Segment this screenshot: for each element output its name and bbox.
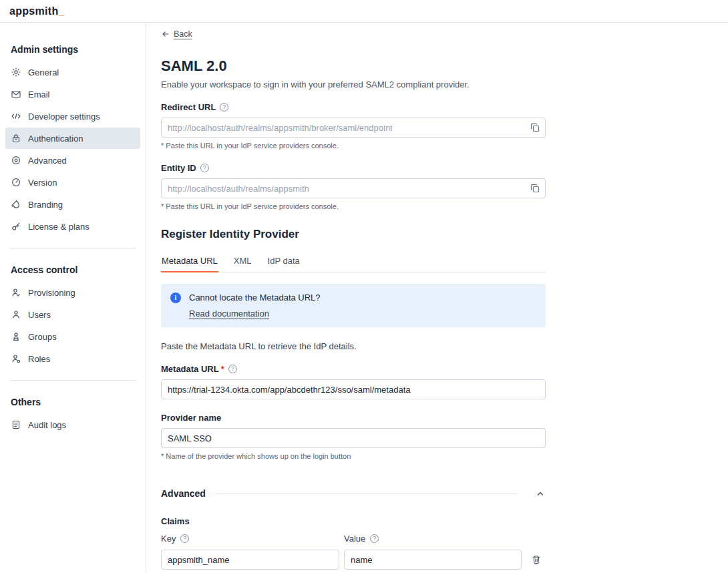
claim-row <box>161 550 546 570</box>
lock-icon <box>11 133 21 144</box>
provider-name-helper: * Name of the provider which shows up on… <box>161 452 546 460</box>
sidebar-divider <box>9 248 136 248</box>
help-icon[interactable]: ? <box>180 534 189 543</box>
main-panel: Back SAML 2.0 Enable your workspace to s… <box>146 23 728 573</box>
help-icon[interactable]: ? <box>200 164 209 172</box>
sidebar-section-access-control: Access control <box>11 264 140 275</box>
help-icon[interactable]: ? <box>228 365 237 373</box>
claim-key-input[interactable] <box>161 550 339 570</box>
sidebar-item-advanced[interactable]: Advanced <box>5 150 140 171</box>
sidebar-item-audit-logs[interactable]: Audit logs <box>5 414 140 435</box>
app-header: appsmith_ <box>0 0 728 23</box>
banner-text: Cannot locate the Metadata URL? <box>189 293 321 303</box>
chevron-up-icon[interactable] <box>535 488 546 499</box>
required-asterisk: * <box>221 364 224 374</box>
sidebar-item-label: Authentication <box>28 134 83 144</box>
sidebar-item-developer-settings[interactable]: Developer settings <box>5 106 140 127</box>
sidebar-item-users[interactable]: Users <box>5 304 140 325</box>
back-button[interactable]: Back <box>161 29 546 39</box>
tab-idp-data[interactable]: IdP data <box>267 252 301 272</box>
register-idp-heading: Register Identity Provider <box>161 228 546 241</box>
copy-icon[interactable] <box>530 122 540 133</box>
advanced-section-title: Advanced <box>161 488 206 499</box>
info-icon: i <box>170 293 181 303</box>
appsmith-logo: appsmith_ <box>9 5 65 17</box>
claim-key-label: Key ? <box>161 534 339 544</box>
user-check-icon <box>11 287 21 298</box>
sidebar-item-label: Advanced <box>28 156 67 166</box>
sidebar-divider <box>9 380 136 381</box>
provider-name-label: Provider name <box>161 413 546 423</box>
admin-settings-sidebar: Admin settings General Email Developer s… <box>0 23 146 573</box>
advanced-icon <box>11 155 21 166</box>
sidebar-item-label: Provisioning <box>28 288 75 298</box>
user-icon <box>11 309 21 320</box>
sidebar-item-label: Audit logs <box>28 420 66 430</box>
claim-value-input[interactable] <box>344 550 522 570</box>
idp-tab-strip: Metadata URL XML IdP data <box>161 252 546 272</box>
delete-claim-button[interactable] <box>531 554 542 565</box>
entity-id-label: Entity ID ? <box>161 163 546 173</box>
claims-label: Claims <box>161 516 546 526</box>
metadata-info-banner: i Cannot locate the Metadata URL? Read d… <box>161 284 546 327</box>
sidebar-section-others: Others <box>11 397 140 407</box>
sidebar-item-label: Developer settings <box>28 112 100 122</box>
copy-icon[interactable] <box>530 183 540 194</box>
code-icon <box>11 111 21 122</box>
sidebar-item-label: General <box>28 67 59 77</box>
key-icon <box>11 221 21 232</box>
redirect-url-label: Redirect URL ? <box>161 102 546 112</box>
sidebar-item-label: Users <box>28 310 51 320</box>
entity-id-helper: * Paste this URL in your IdP service pro… <box>161 202 546 210</box>
sidebar-item-roles[interactable]: Roles <box>5 348 140 369</box>
help-icon[interactable]: ? <box>220 103 228 112</box>
sidebar-item-provisioning[interactable]: Provisioning <box>5 282 140 303</box>
sidebar-item-email[interactable]: Email <box>5 83 140 105</box>
sidebar-item-label: Email <box>28 89 50 100</box>
gear-icon <box>11 67 21 77</box>
sidebar-item-label: Groups <box>28 332 57 342</box>
sidebar-item-label: License & plans <box>28 222 89 232</box>
sidebar-item-branding[interactable]: Branding <box>5 194 140 215</box>
page-subtitle: Enable your workspace to sign in with yo… <box>161 79 546 89</box>
page-title: SAML 2.0 <box>161 57 546 75</box>
metadata-url-label: Metadata URL * ? <box>161 364 546 374</box>
branding-icon <box>11 199 21 210</box>
claim-value-label: Value ? <box>344 534 522 544</box>
sidebar-item-groups[interactable]: Groups <box>5 326 140 347</box>
user-gear-icon <box>11 353 21 364</box>
tab-xml[interactable]: XML <box>233 252 252 272</box>
document-icon <box>11 419 21 430</box>
sidebar-item-version[interactable]: Version <box>5 172 140 193</box>
sidebar-item-authentication[interactable]: Authentication <box>5 128 140 149</box>
version-icon <box>11 177 21 188</box>
sidebar-item-label: Version <box>28 178 57 188</box>
mail-icon <box>11 89 21 100</box>
user-group-icon <box>11 331 21 342</box>
read-documentation-link[interactable]: Read documentation <box>189 309 269 319</box>
sidebar-item-label: Roles <box>28 354 50 364</box>
tab-metadata-url[interactable]: Metadata URL <box>161 252 218 272</box>
sidebar-item-general[interactable]: General <box>5 61 140 83</box>
entity-id-input[interactable] <box>161 178 546 198</box>
metadata-instruction: Paste the Metadata URL to retrieve the I… <box>161 341 546 351</box>
back-label: Back <box>174 29 192 39</box>
metadata-url-input[interactable] <box>161 379 546 399</box>
redirect-url-helper: * Paste this URL in your IdP service pro… <box>161 142 546 150</box>
sidebar-item-label: Branding <box>28 200 63 210</box>
sidebar-item-license-plans[interactable]: License & plans <box>5 216 140 237</box>
advanced-divider <box>215 494 518 494</box>
help-icon[interactable]: ? <box>370 534 379 543</box>
redirect-url-input[interactable] <box>161 118 546 138</box>
sidebar-section-admin-settings: Admin settings <box>11 44 140 55</box>
arrow-left-icon <box>161 29 170 39</box>
provider-name-input[interactable] <box>161 428 546 448</box>
